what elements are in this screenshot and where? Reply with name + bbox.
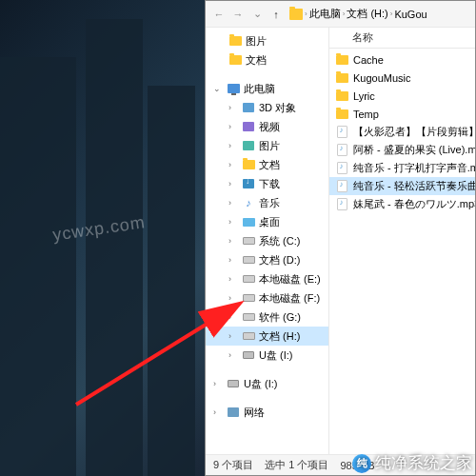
tree-drive-d[interactable]: › 文档 (D:): [206, 250, 328, 269]
expander-icon[interactable]: ›: [228, 103, 238, 112]
drive-icon: [243, 237, 255, 245]
tree-drive-g[interactable]: › 软件 (G:): [206, 307, 328, 327]
expander-icon[interactable]: ›: [213, 379, 223, 388]
file-list[interactable]: Cache KugouMusic Lyric Temp 【火影忍者】【片段剪辑】…: [329, 49, 475, 454]
tree-videos[interactable]: › 视频: [206, 117, 328, 136]
tree-downloads[interactable]: › 下载: [206, 174, 328, 193]
file-name: 妹尾武 - 春色のワルツ.mp3: [353, 197, 475, 211]
expander-icon[interactable]: ›: [213, 407, 223, 417]
expander-icon[interactable]: ›: [228, 236, 238, 246]
chevron-icon: ›: [343, 10, 346, 18]
tree-music[interactable]: › ♪ 音乐: [206, 193, 328, 212]
tree-label: 网络: [244, 406, 265, 420]
breadcrumb-kugou[interactable]: KuGou: [394, 9, 426, 20]
folder-icon: [336, 109, 348, 119]
tree-drive-h[interactable]: › 文档 (H:): [206, 327, 328, 346]
quickaccess-documents[interactable]: 文档: [206, 50, 328, 69]
status-item-count: 9 个项目: [213, 458, 253, 472]
expander-icon[interactable]: ›: [228, 331, 238, 341]
file-row[interactable]: 【火影忍者】【片段剪辑】"最: [329, 123, 475, 141]
tree-drive-c[interactable]: › 系统 (C:): [206, 231, 328, 250]
tree-label: 文档: [246, 53, 267, 68]
tree-label: 系统 (C:): [259, 234, 300, 248]
forward-button[interactable]: →: [228, 5, 248, 24]
audio-icon: [337, 144, 347, 156]
audio-icon: [337, 180, 347, 192]
tree-pictures[interactable]: › 图片: [206, 136, 328, 155]
tree-this-pc[interactable]: ⌄ 此电脑: [206, 79, 328, 98]
tree-label: 本地磁盘 (F:): [259, 291, 320, 306]
tree-label: 图片: [259, 139, 280, 153]
tree-label: 文档 (H:): [259, 329, 300, 344]
column-header-name[interactable]: 名称: [329, 28, 475, 49]
tree-desktop[interactable]: › 桌面: [206, 212, 328, 231]
expander-icon[interactable]: ›: [228, 179, 238, 188]
folder-icon: [336, 91, 348, 101]
file-name: Lyric: [353, 90, 375, 102]
folder-icon: [243, 160, 255, 169]
tree-drive-f[interactable]: › 本地磁盘 (F:): [206, 288, 328, 307]
tree-label: 文档 (D:): [259, 253, 300, 268]
tree-drive-i2[interactable]: › U盘 (I:): [206, 374, 328, 393]
drive-icon: [243, 256, 255, 264]
drive-icon: [243, 275, 255, 283]
file-row[interactable]: 阿桥 - 盛夏的果实 (Live).mp3: [329, 141, 475, 159]
file-row[interactable]: 妹尾武 - 春色のワルツ.mp3: [329, 195, 475, 213]
picture-icon: [243, 141, 254, 150]
file-explorer-window: ← → ⌄ ↑ › 此电脑 › 文档 (H:) › KuGou 图片 文档 ⌄: [205, 0, 476, 476]
expander-icon[interactable]: ⌄: [213, 84, 223, 93]
expander-icon[interactable]: ›: [228, 122, 238, 131]
watermark-logo-icon: 纯: [352, 454, 371, 473]
expander-icon[interactable]: ›: [228, 217, 238, 227]
folder-row[interactable]: Cache: [329, 50, 475, 69]
tree-drive-i[interactable]: › U盘 (I:): [206, 346, 328, 365]
watermark-brand: 纯 纯净系统之家: [352, 452, 472, 474]
folder-icon: [229, 55, 242, 65]
expander-icon[interactable]: ›: [228, 350, 238, 360]
file-row[interactable]: 纯音乐 - 打字机打字声音.mp3: [329, 159, 475, 177]
expander-icon[interactable]: ›: [228, 312, 238, 322]
tree-network[interactable]: › 网络: [206, 403, 328, 422]
quickaccess-pictures[interactable]: 图片: [206, 31, 328, 50]
video-icon: [243, 122, 254, 131]
expander-icon[interactable]: ›: [228, 198, 238, 208]
expander-icon[interactable]: ›: [228, 293, 238, 303]
file-name: 阿桥 - 盛夏的果实 (Live).mp3: [353, 143, 475, 157]
folder-row[interactable]: KugouMusic: [329, 69, 475, 87]
tree-label: U盘 (I:): [259, 348, 292, 363]
network-icon: [228, 407, 239, 417]
drive-icon: [243, 313, 255, 321]
tree-documents[interactable]: › 文档: [206, 155, 328, 174]
3d-icon: [243, 103, 254, 112]
folder-row[interactable]: Lyric: [329, 87, 475, 105]
tree-label: 视频: [259, 120, 280, 134]
navigation-tree[interactable]: 图片 文档 ⌄ 此电脑 › 3D 对象 › 视频: [206, 28, 329, 454]
address-bar[interactable]: › 此电脑 › 文档 (H:) › KuGou: [286, 7, 471, 21]
pc-icon: [228, 84, 240, 93]
folder-row[interactable]: Temp: [329, 105, 475, 123]
tree-label: 桌面: [259, 215, 280, 229]
column-label: 名称: [352, 30, 373, 45]
breadcrumb-drive-h[interactable]: 文档 (H:): [347, 7, 387, 21]
expander-icon[interactable]: ›: [228, 141, 238, 150]
file-row[interactable]: 纯音乐 - 轻松活跃节奏乐曲.mp: [329, 177, 475, 195]
chevron-icon: ›: [390, 10, 393, 18]
breadcrumb-this-pc[interactable]: 此电脑: [309, 7, 341, 21]
explorer-body: 图片 文档 ⌄ 此电脑 › 3D 对象 › 视频: [206, 28, 475, 454]
expander-icon[interactable]: ›: [228, 160, 238, 169]
back-button[interactable]: ←: [209, 5, 228, 24]
folder-icon: [336, 55, 348, 65]
expander-icon[interactable]: ›: [228, 274, 238, 284]
drive-icon: [243, 294, 255, 302]
recent-dropdown[interactable]: ⌄: [248, 5, 267, 24]
status-selected: 选中 1 个项目: [265, 458, 328, 472]
tree-label: 文档: [259, 158, 280, 172]
up-button[interactable]: ↑: [267, 5, 286, 24]
toolbar: ← → ⌄ ↑ › 此电脑 › 文档 (H:) › KuGou: [206, 1, 475, 28]
tree-label: 此电脑: [244, 82, 275, 96]
tree-3d-objects[interactable]: › 3D 对象: [206, 98, 328, 117]
tree-drive-e[interactable]: › 本地磁盘 (E:): [206, 269, 328, 288]
file-name: 【火影忍者】【片段剪辑】"最: [353, 125, 475, 139]
files-pane: 名称 Cache KugouMusic Lyric Temp: [329, 28, 475, 454]
expander-icon[interactable]: ›: [228, 255, 238, 265]
